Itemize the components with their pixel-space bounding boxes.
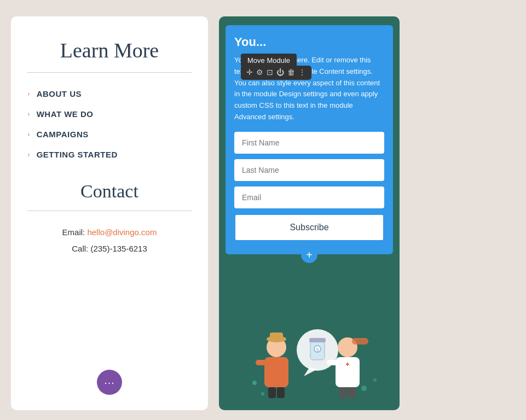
svg-rect-10	[309, 338, 326, 342]
svg-rect-16	[327, 360, 338, 365]
svg-rect-7	[270, 332, 283, 340]
svg-rect-5	[277, 387, 285, 398]
email-label: Email:	[62, 228, 88, 237]
email-input[interactable]	[234, 186, 384, 208]
more-options-button[interactable]: ···	[97, 370, 122, 395]
more-icon[interactable]: ⋮	[298, 69, 306, 77]
nav-label-campaigns: CAMPAIGNS	[37, 130, 89, 139]
module-heading: You...	[234, 35, 384, 49]
nav-label-what-we-do: WHAT WE DO	[37, 109, 94, 119]
nav-item-getting-started[interactable]: › GETTING STARTED	[27, 144, 192, 165]
svg-rect-2	[256, 360, 267, 365]
panel-title: Learn More	[60, 38, 159, 62]
last-name-input[interactable]	[234, 159, 384, 181]
delete-icon[interactable]: 🗑	[287, 69, 295, 77]
svg-rect-21	[347, 363, 348, 366]
email-line: Email: hello@divingo.com	[62, 224, 157, 241]
call-label: Call:	[72, 244, 90, 253]
settings-icon[interactable]: ⚙	[256, 69, 263, 77]
svg-point-23	[252, 381, 257, 385]
duplicate-icon[interactable]: ⊡	[267, 69, 273, 77]
svg-rect-3	[276, 360, 287, 365]
svg-point-24	[261, 392, 264, 395]
chevron-right-icon: ›	[27, 90, 30, 98]
svg-point-25	[361, 386, 367, 391]
nav-list: › ABOUT US › WHAT WE DO › CAMPAIGNS › GE…	[27, 84, 192, 165]
illustration-area: $	[219, 254, 400, 410]
first-name-input[interactable]	[234, 132, 384, 154]
svg-rect-4	[268, 387, 276, 398]
move-icon[interactable]: ✛	[246, 69, 253, 77]
contact-title: Contact	[80, 181, 138, 202]
svg-rect-19	[348, 387, 356, 398]
left-panel: Learn More › ABOUT US › WHAT WE DO › CAM…	[11, 16, 208, 410]
nav-item-about[interactable]: › ABOUT US	[27, 84, 192, 104]
svg-marker-13	[304, 368, 317, 376]
chevron-right-icon: ›	[27, 110, 30, 119]
svg-rect-18	[339, 387, 347, 398]
plus-icon: +	[306, 249, 313, 260]
call-line: Call: (235)-135-6213	[62, 241, 157, 257]
divider-top	[27, 72, 192, 73]
svg-text:$: $	[316, 347, 319, 353]
contact-info: Email: hello@divingo.com Call: (235)-135…	[62, 224, 157, 257]
more-dots-icon: ···	[104, 377, 115, 388]
right-panel: Move Module ✛ ⚙ ⊡ ⏻ 🗑 ⋮ You... Your cont…	[219, 16, 400, 410]
nav-label-about: ABOUT US	[37, 89, 82, 98]
power-icon[interactable]: ⏻	[276, 69, 284, 77]
move-module-toolbar: ✛ ⚙ ⊡ ⏻ 🗑 ⋮	[241, 66, 311, 80]
svg-point-26	[373, 378, 377, 382]
subscribe-button[interactable]: Subscribe	[234, 214, 384, 241]
nav-item-what-we-do[interactable]: › WHAT WE DO	[27, 104, 192, 124]
nav-item-campaigns[interactable]: › CAMPAIGNS	[27, 124, 192, 144]
illustration-svg: $	[233, 317, 386, 405]
nav-label-getting-started: GETTING STARTED	[37, 150, 118, 159]
chevron-right-icon: ›	[27, 130, 30, 139]
add-module-button[interactable]: +	[301, 247, 317, 263]
email-link[interactable]: hello@divingo.com	[87, 228, 157, 237]
svg-rect-22	[352, 338, 368, 345]
chevron-right-icon: ›	[27, 150, 30, 159]
call-value: (235)-135-6213	[90, 244, 147, 253]
divider-contact	[27, 211, 192, 211]
